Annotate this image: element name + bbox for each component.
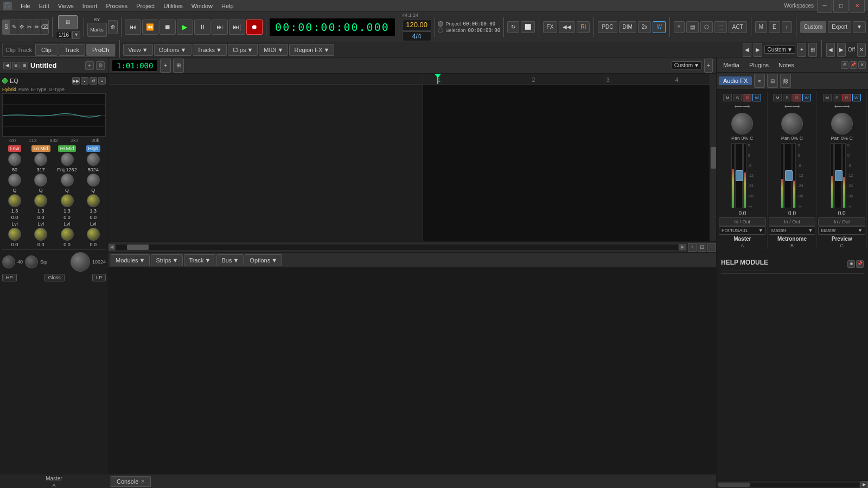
rp-scroll-thumb[interactable] — [718, 483, 750, 487]
band-lomid-q-knob[interactable] — [34, 174, 47, 187]
transport-to-start[interactable]: ⏮ — [125, 20, 141, 35]
menu-insert[interactable]: Insert — [78, 2, 102, 10]
transport-record[interactable]: ⏺ — [246, 20, 263, 35]
master-r-btn[interactable]: R — [743, 94, 751, 101]
cut-tool[interactable]: ✂ — [25, 20, 33, 34]
act-btn[interactable]: ACT — [729, 21, 747, 33]
add-timeline-btn[interactable]: + — [797, 43, 806, 57]
2x-btn[interactable]: 2x — [638, 21, 652, 33]
smart-tool[interactable]: S — [3, 20, 10, 34]
eq-dot-btn[interactable]: • — [81, 77, 88, 85]
media-tab[interactable]: Media — [719, 61, 744, 69]
band-himid-label[interactable]: Hi Mid — [58, 145, 76, 152]
band-high-lvl-knob2[interactable] — [87, 228, 100, 241]
zoom-out-btn[interactable]: − — [707, 243, 716, 252]
menu-edit[interactable]: Edit — [35, 2, 54, 10]
preview-r-btn[interactable]: R — [843, 94, 851, 101]
rp-pin-btn[interactable]: 📌 — [850, 61, 857, 69]
panel-nav1[interactable]: ◀ — [3, 62, 11, 69]
h-scrollbar-track[interactable] — [116, 245, 678, 250]
eq-active-led[interactable] — [2, 78, 8, 84]
metronome-io-btn[interactable]: In / Out — [769, 217, 816, 226]
draw-tool[interactable]: ✏ — [33, 20, 40, 34]
project-settings-btn[interactable]: ⚙ — [96, 61, 105, 70]
master-fader-thumb[interactable] — [736, 170, 743, 181]
preview-io-output[interactable]: Master ▼ — [818, 226, 865, 235]
band-lomid-lvl-knob2[interactable] — [34, 228, 47, 241]
metronome-m-btn[interactable]: M — [773, 94, 782, 101]
metronome-w-btn[interactable]: W — [802, 94, 811, 101]
zoom-fit-btn[interactable]: ⊡ — [698, 243, 706, 252]
snap-custom-dropdown[interactable]: Custom ▼ — [672, 61, 702, 69]
panel-nav3[interactable]: ⊞ — [21, 62, 28, 69]
filter-freq-knob[interactable] — [2, 255, 15, 268]
help-pin-btn[interactable]: 📌 — [856, 260, 864, 268]
preview-s-btn[interactable]: S — [833, 94, 841, 101]
band-high-q-knob[interactable] — [87, 174, 100, 187]
tracks-menu[interactable]: Tracks ▼ — [193, 44, 227, 56]
console-close-btn[interactable]: ✕ — [141, 478, 145, 484]
fx-chain-btn[interactable]: ⛓ — [780, 74, 791, 88]
custom-snap-dropdown[interactable]: Custom ▼ — [764, 46, 795, 54]
move-tool[interactable]: ✥ — [18, 20, 25, 34]
transport-rewind[interactable]: ⏪ — [142, 20, 158, 35]
time-sig[interactable]: 4/4 — [402, 31, 431, 41]
add-track-btn[interactable]: + — [160, 59, 171, 73]
band-low-gain-knob[interactable] — [8, 153, 21, 166]
punch-btn[interactable]: ⬜ — [521, 21, 535, 33]
band-lomid-lvl-knob[interactable] — [34, 194, 47, 207]
scroll-right-btn[interactable]: ▶ — [679, 244, 686, 251]
band-lomid-gain-knob[interactable] — [34, 153, 47, 166]
window-maximize[interactable]: □ — [833, 0, 848, 13]
transport-pause[interactable]: ⏸ — [194, 20, 210, 35]
menu-help[interactable]: Help — [217, 2, 238, 10]
eq-type-gtype[interactable]: G-Type — [49, 87, 65, 92]
pitch-btn[interactable]: ⟰ — [108, 20, 118, 34]
scroll-left-btn[interactable]: ◀ — [108, 244, 115, 251]
clips-menu[interactable]: Clips ▼ — [228, 44, 258, 56]
bus-btn[interactable]: Bus ▼ — [216, 254, 244, 266]
audio-fx-btn[interactable]: Audio FX — [719, 76, 752, 85]
preview-pan-knob[interactable] — [831, 113, 853, 134]
rp-scroll-track[interactable] — [718, 483, 859, 487]
eq-type-etype[interactable]: E-Type — [31, 87, 47, 92]
band-himid-lvl-knob2[interactable] — [61, 228, 74, 241]
transport-stop[interactable]: ⏹ — [159, 20, 176, 35]
add-project-btn[interactable]: + — [85, 61, 94, 70]
eq-expand-btn[interactable]: ▶▶ — [72, 77, 80, 85]
region-collapse-btn[interactable]: ◀ — [826, 43, 835, 57]
master-io-input[interactable]: FcsrtUSA01 ▼ — [719, 226, 766, 235]
band-himid-q-knob[interactable] — [61, 174, 74, 187]
timeline-nav-left[interactable]: ◀ — [743, 43, 751, 57]
menu-project[interactable]: Project — [132, 2, 159, 10]
band-high-gain-knob[interactable] — [87, 153, 100, 166]
band-low-label[interactable]: Low — [8, 145, 22, 152]
sync-btn[interactable]: ↕ — [782, 21, 792, 33]
metronome-fader-track[interactable] — [784, 143, 792, 208]
master-m-btn[interactable]: M — [723, 94, 732, 101]
metronome-r-btn[interactable]: R — [793, 94, 801, 101]
region-expand-btn[interactable]: ▶ — [837, 43, 846, 57]
grid-view-btn[interactable]: ⊞ — [173, 59, 184, 73]
loop-btn[interactable]: ↻ — [507, 21, 519, 33]
snap-btn[interactable]: ⊞ — [58, 15, 78, 29]
filter-sip-knob[interactable] — [25, 255, 38, 268]
window-close[interactable]: ✕ — [850, 0, 865, 13]
clip-tab[interactable]: Clip — [35, 44, 58, 56]
help-expand-btn[interactable]: ⊕ — [847, 260, 855, 268]
mixer-options-btn[interactable]: Options ▼ — [245, 254, 282, 266]
markers-btn[interactable]: M — [755, 21, 767, 33]
metronome-fader-thumb[interactable] — [785, 170, 793, 181]
eq-type-hybrid[interactable]: Hybrid — [2, 87, 16, 92]
tempo-value[interactable]: 120.00 — [402, 19, 431, 30]
preview-fader-thumb[interactable] — [835, 170, 843, 181]
track-btn[interactable]: Track ▼ — [184, 254, 215, 266]
eq-type-pure[interactable]: Pure — [18, 87, 29, 92]
custom-btn[interactable]: Custom — [800, 21, 826, 33]
preview-m-btn[interactable]: M — [823, 94, 832, 101]
band-high-lvl-knob[interactable] — [87, 194, 100, 207]
marks-btn[interactable]: Marks — [87, 23, 107, 37]
transport-play[interactable]: ▶ — [177, 20, 193, 35]
pdc-btn[interactable]: PDC — [598, 21, 617, 33]
menu-file[interactable]: File — [16, 2, 35, 10]
